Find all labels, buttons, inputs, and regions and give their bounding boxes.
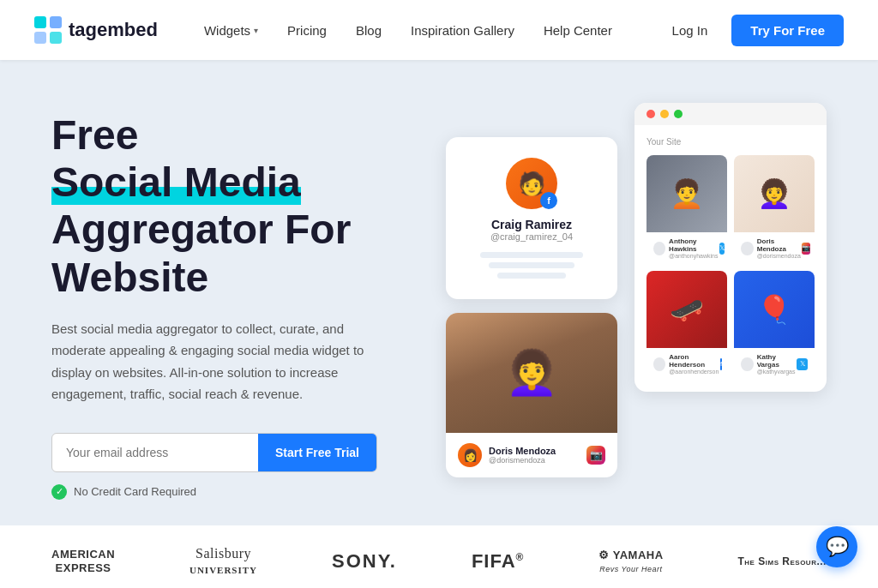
login-button[interactable]: Log In bbox=[662, 16, 719, 45]
grid-cell-3-footer: Aaron Henderson @aaronhenderson f bbox=[646, 348, 727, 380]
profile-line bbox=[489, 262, 574, 268]
grid-cell-2: 👩‍🦱 Doris Mendoza @dorismendoza 📷 bbox=[734, 155, 815, 264]
facebook-icon-3: f bbox=[720, 358, 722, 370]
nav-links: Widgets ▾ Pricing Blog Inspiration Galle… bbox=[192, 16, 662, 45]
post-footer: 👩 Doris Mendoza @dorismendoza 📷 bbox=[446, 433, 617, 477]
svg-rect-1 bbox=[50, 16, 62, 28]
your-site-label: Your Site bbox=[646, 137, 815, 147]
grid-cell-4: 🎈 Kathy Vargas @kathyvargas 𝕏 bbox=[734, 271, 815, 380]
hero-description: Best social media aggregator to collect,… bbox=[51, 318, 377, 405]
post-person-image: 👩‍🦱 bbox=[446, 313, 617, 433]
grid-user-info-2: Doris Mendoza @dorismendoza bbox=[757, 237, 802, 259]
nav-pricing[interactable]: Pricing bbox=[275, 16, 339, 45]
svg-rect-2 bbox=[34, 32, 46, 44]
hero-title: Free Social Media Aggregator For Website bbox=[51, 111, 412, 301]
nav-widgets[interactable]: Widgets ▾ bbox=[192, 16, 270, 45]
svg-rect-0 bbox=[34, 16, 46, 28]
post-image: 👩‍🦱 bbox=[446, 313, 617, 433]
nav-blog[interactable]: Blog bbox=[344, 16, 394, 45]
check-icon: ✓ bbox=[51, 484, 67, 500]
twitter-icon-1: 𝕏 bbox=[719, 243, 725, 255]
profile-avatar-wrap: 🧑 f bbox=[506, 158, 557, 209]
hero-right: 🧑 f Craig Ramirez @craig_ramirez_04 👩‍🦱 bbox=[446, 103, 827, 477]
brands-bar: AMERICANEXPRESS SalisburyUNIVERSITY SONY… bbox=[0, 525, 878, 588]
try-for-free-button[interactable]: Try For Free bbox=[731, 15, 844, 46]
browser-dot-green bbox=[674, 110, 683, 118]
grid-user-avatar-4 bbox=[741, 357, 754, 371]
grid-image-4: 🎈 bbox=[734, 271, 815, 348]
brand-sony: SONY. bbox=[332, 550, 397, 573]
grid-cell-2-footer: Doris Mendoza @dorismendoza 📷 bbox=[734, 232, 815, 264]
social-grid: 🧑‍🦱 Anthony Hawkins @anthonyhawkins bbox=[646, 155, 815, 380]
post-avatar: 👩 bbox=[458, 443, 482, 467]
twitter-icon-4: 𝕏 bbox=[797, 358, 808, 370]
svg-rect-3 bbox=[50, 32, 62, 44]
brand-sims-resource: The Sims Resour... bbox=[737, 555, 826, 567]
grid-cell-1-footer: Anthony Hawkins @anthonyhawkins 𝕏 bbox=[646, 232, 727, 264]
grid-cell-1: 🧑‍🦱 Anthony Hawkins @anthonyhawkins bbox=[646, 155, 727, 264]
nav-inspiration[interactable]: Inspiration Gallery bbox=[399, 16, 526, 45]
post-user-details: Doris Mendoza @dorismendoza bbox=[489, 446, 556, 465]
email-input[interactable] bbox=[52, 434, 258, 471]
grid-cell-3: 🛹 Aaron Henderson @aaronhenderson f bbox=[646, 271, 727, 380]
grid-image-1: 🧑‍🦱 bbox=[646, 155, 727, 232]
brand-american-express: AMERICANEXPRESS bbox=[51, 548, 115, 574]
logo[interactable]: tagembed bbox=[34, 16, 158, 44]
browser-bar bbox=[634, 103, 827, 125]
brand-yamaha: ⚙ YAMAHARevs Your Heart bbox=[598, 549, 663, 574]
grid-user-avatar-3 bbox=[653, 357, 665, 371]
grid-user-avatar-2 bbox=[741, 242, 754, 255]
start-free-trial-button[interactable]: Start Free Trial bbox=[258, 434, 376, 471]
social-post-card: 👩‍🦱 👩 Doris Mendoza @dorismendoza 📷 bbox=[446, 313, 617, 477]
browser-card: Your Site 🧑‍🦱 Anthony Hawkins @antho bbox=[634, 103, 827, 392]
grid-user-info-3: Aaron Henderson @aaronhenderson bbox=[669, 353, 720, 375]
brand-salisbury: SalisburyUNIVERSITY bbox=[189, 546, 257, 577]
instagram-icon-2: 📷 bbox=[802, 243, 810, 255]
profile-name: Craig Ramirez bbox=[470, 218, 593, 231]
browser-dot-yellow bbox=[660, 110, 669, 118]
logo-text: tagembed bbox=[69, 19, 158, 41]
profile-line bbox=[480, 252, 583, 258]
grid-user-avatar-1 bbox=[653, 242, 665, 255]
hero-section: Free Social Media Aggregator For Website… bbox=[0, 60, 878, 525]
nav-actions: Log In Try For Free bbox=[662, 15, 844, 46]
browser-dot-red bbox=[646, 110, 655, 118]
facebook-badge: f bbox=[540, 192, 557, 209]
chevron-down-icon: ▾ bbox=[254, 26, 258, 35]
grid-user-info-1: Anthony Hawkins @anthonyhawkins bbox=[669, 237, 719, 259]
nav-help[interactable]: Help Center bbox=[532, 16, 624, 45]
grid-cell-4-footer: Kathy Vargas @kathyvargas 𝕏 bbox=[734, 348, 815, 380]
hero-left: Free Social Media Aggregator For Website… bbox=[51, 103, 412, 500]
profile-card: 🧑 f Craig Ramirez @craig_ramirez_04 bbox=[446, 137, 617, 299]
card-column-1: 🧑 f Craig Ramirez @craig_ramirez_04 👩‍🦱 bbox=[446, 137, 617, 477]
no-credit-card-notice: ✓ No Credit Card Required bbox=[51, 484, 412, 500]
grid-image-3: 🛹 bbox=[646, 271, 727, 348]
profile-handle: @craig_ramirez_04 bbox=[470, 231, 593, 242]
navbar: tagembed Widgets ▾ Pricing Blog Inspirat… bbox=[0, 0, 878, 60]
browser-content: Your Site 🧑‍🦱 Anthony Hawkins @antho bbox=[634, 125, 827, 392]
brand-fifa: FIFA® bbox=[472, 550, 525, 573]
email-form: Start Free Trial bbox=[51, 433, 377, 472]
grid-image-2: 👩‍🦱 bbox=[734, 155, 815, 232]
hero-title-highlight: Social Media bbox=[51, 159, 301, 205]
chat-bubble-button[interactable]: 💬 bbox=[816, 526, 857, 567]
post-user-name: Doris Mendoza bbox=[489, 446, 556, 456]
post-user-handle: @dorismendoza bbox=[489, 456, 556, 465]
profile-line bbox=[497, 273, 566, 279]
grid-user-info-4: Kathy Vargas @kathyvargas bbox=[757, 353, 797, 375]
card-column-2: Your Site 🧑‍🦱 Anthony Hawkins @antho bbox=[634, 103, 827, 392]
post-user-info: 👩 Doris Mendoza @dorismendoza bbox=[458, 443, 556, 467]
profile-lines bbox=[470, 252, 593, 279]
instagram-icon: 📷 bbox=[586, 446, 605, 465]
